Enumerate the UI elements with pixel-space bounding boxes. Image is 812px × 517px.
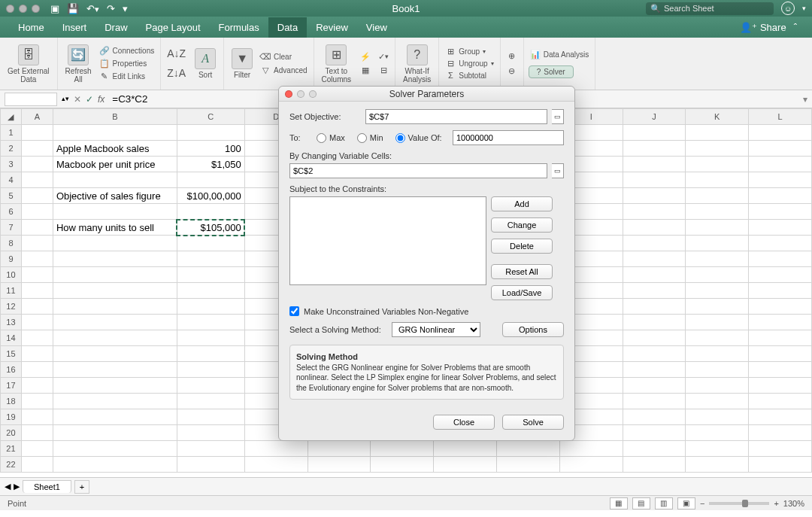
row-header[interactable]: 8 xyxy=(1,236,22,251)
cell[interactable] xyxy=(177,330,244,346)
cell[interactable] xyxy=(21,283,53,299)
cell[interactable] xyxy=(623,346,686,362)
cell[interactable] xyxy=(21,330,53,346)
row-header[interactable]: 22 xyxy=(1,457,22,473)
cell[interactable] xyxy=(21,362,53,378)
cell[interactable] xyxy=(53,283,177,299)
cell[interactable] xyxy=(686,220,749,236)
cell[interactable] xyxy=(749,394,812,409)
cell[interactable] xyxy=(749,157,812,172)
cell[interactable] xyxy=(496,441,559,457)
sort-button[interactable]: A Sort xyxy=(192,47,219,81)
set-objective-input[interactable] xyxy=(365,109,547,124)
cell[interactable] xyxy=(749,204,812,220)
cell[interactable] xyxy=(53,378,177,394)
cell[interactable] xyxy=(21,441,53,457)
row-header[interactable]: 10 xyxy=(1,267,22,283)
normal-view-button[interactable]: ▦ xyxy=(610,497,628,509)
sheet-tab-sheet1[interactable]: Sheet1 xyxy=(23,480,71,493)
dialog-titlebar[interactable]: Solver Parameters xyxy=(279,87,574,102)
cancel-formula-icon[interactable]: ✕ xyxy=(74,94,81,105)
cell[interactable] xyxy=(53,362,177,378)
row-header[interactable]: 6 xyxy=(1,204,22,220)
zoom-out-button[interactable]: − xyxy=(700,499,704,508)
cell[interactable] xyxy=(686,394,749,409)
cell[interactable] xyxy=(623,220,686,236)
sort-asc-button[interactable]: A↓Z xyxy=(165,46,187,62)
change-constraint-button[interactable]: Change xyxy=(491,217,553,233)
cell[interactable] xyxy=(623,283,686,299)
cell[interactable] xyxy=(749,457,812,473)
cell[interactable] xyxy=(623,315,686,330)
name-box[interactable] xyxy=(5,93,57,106)
cell[interactable] xyxy=(686,378,749,394)
cell[interactable] xyxy=(244,441,308,457)
close-window-icon[interactable] xyxy=(6,5,14,13)
cell[interactable] xyxy=(749,378,812,394)
cell[interactable] xyxy=(623,172,686,188)
cell[interactable] xyxy=(53,425,177,441)
cell[interactable] xyxy=(686,425,749,441)
cell[interactable] xyxy=(177,251,244,267)
load-save-button[interactable]: Load/Save xyxy=(491,285,553,300)
cell[interactable] xyxy=(749,172,812,188)
cell[interactable]: Apple Macbook sales xyxy=(53,141,177,157)
cell[interactable] xyxy=(21,172,53,188)
cell[interactable] xyxy=(53,204,177,220)
cell[interactable] xyxy=(53,409,177,425)
cell[interactable] xyxy=(686,441,749,457)
cell[interactable] xyxy=(53,172,177,188)
cell[interactable] xyxy=(686,299,749,315)
data-analysis-button[interactable]: 📊Data Analysis xyxy=(529,49,591,61)
row-header[interactable]: 19 xyxy=(1,409,22,425)
feedback-menu-icon[interactable]: ▾ xyxy=(802,5,806,12)
clear-filter-button[interactable]: ⌫Clear xyxy=(259,51,308,63)
cell[interactable] xyxy=(177,346,244,362)
col-header[interactable]: L xyxy=(749,109,812,125)
cell[interactable] xyxy=(623,457,686,473)
cell[interactable] xyxy=(749,283,812,299)
cell[interactable]: $1,050 xyxy=(177,157,244,172)
cell[interactable] xyxy=(686,125,749,141)
cell[interactable] xyxy=(21,267,53,283)
row-header[interactable]: 18 xyxy=(1,394,22,409)
objective-ref-picker-icon[interactable]: ▭ xyxy=(552,109,564,124)
add-constraint-button[interactable]: Add xyxy=(491,196,553,211)
cell[interactable] xyxy=(177,267,244,283)
cell[interactable] xyxy=(308,441,371,457)
row-header[interactable]: 9 xyxy=(1,251,22,267)
cell[interactable] xyxy=(623,330,686,346)
col-header[interactable]: A xyxy=(21,109,53,125)
cell[interactable]: 100 xyxy=(177,141,244,157)
solving-method-select[interactable]: GRG Nonlinear xyxy=(392,322,480,337)
fx-icon[interactable]: fx xyxy=(98,94,105,105)
cell[interactable] xyxy=(21,157,53,172)
cell[interactable] xyxy=(686,409,749,425)
solver-button[interactable]: ?Solver xyxy=(529,65,574,78)
what-if-button[interactable]: ? What-If Analysis xyxy=(400,43,434,85)
sheet-nav-next-icon[interactable]: ▶ xyxy=(14,482,20,491)
row-header[interactable]: 4 xyxy=(1,172,22,188)
expand-formula-bar-icon[interactable]: ▾ xyxy=(803,94,807,105)
cell[interactable] xyxy=(21,378,53,394)
maximize-window-icon[interactable] xyxy=(32,5,40,13)
cell[interactable] xyxy=(177,236,244,251)
row-header[interactable]: 3 xyxy=(1,157,22,172)
cell[interactable] xyxy=(623,362,686,378)
cell[interactable] xyxy=(244,457,308,473)
cell[interactable] xyxy=(53,125,177,141)
cell[interactable] xyxy=(308,457,371,473)
cell[interactable] xyxy=(496,457,559,473)
cell[interactable] xyxy=(371,441,434,457)
cell[interactable] xyxy=(749,346,812,362)
by-changing-input[interactable] xyxy=(289,163,547,178)
cell[interactable] xyxy=(177,409,244,425)
properties-button[interactable]: 📋Properties xyxy=(98,58,156,70)
remove-duplicates-button[interactable]: ▦ xyxy=(359,65,372,77)
cell[interactable] xyxy=(177,441,244,457)
cell[interactable] xyxy=(686,204,749,220)
cell[interactable] xyxy=(21,346,53,362)
edit-links-button[interactable]: ✎Edit Links xyxy=(98,71,156,83)
cell[interactable] xyxy=(686,188,749,204)
cell[interactable] xyxy=(177,204,244,220)
